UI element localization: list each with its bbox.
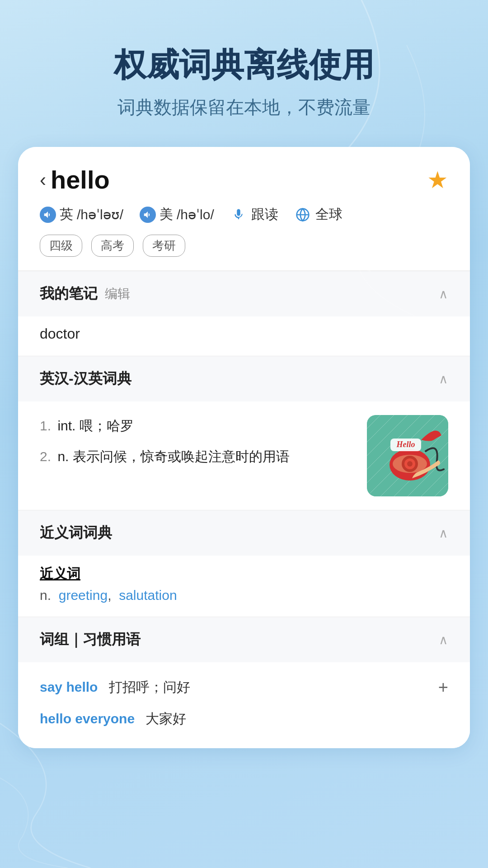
us-phonetic: /həˈlo/ [177,207,214,222]
synonym-label: 近义词 [40,565,448,583]
synonym-greeting[interactable]: greeting [59,588,108,603]
global-label: 全球 [315,205,343,224]
phrase-item-1: say hello 打招呼；问好 + [40,671,448,703]
notes-section: 我的笔记 编辑 ∧ doctor [18,271,470,356]
notes-chevron-icon: ∧ [439,287,448,302]
def-num-1: 1. [40,418,51,433]
bottom-spacer [0,748,488,775]
tag-gaokao: 高考 [91,235,134,257]
svg-point-17 [407,461,413,467]
dict-section-header[interactable]: 英汉-汉英词典 ∧ [18,356,470,401]
favorite-star-icon[interactable]: ★ [427,166,448,193]
dictionary-card: ‹ hello ★ 英 /həˈləʊ/ 美 /həˈlo/ [18,147,470,748]
tag-cet4: 四级 [40,235,82,257]
synonym-section: 近义词词典 ∧ 近义词 n. greeting, salutation [18,510,470,617]
phrase-content: say hello 打招呼；问好 + hello everyone 大家好 [18,662,470,748]
phrase-meaning-2: 大家好 [145,711,186,726]
uk-audio-icon[interactable] [40,207,56,223]
us-pronunciation[interactable]: 美 /həˈlo/ [140,205,214,224]
phrase-word-2[interactable]: hello everyone [40,711,135,726]
synonym-salutation[interactable]: salutation [119,588,177,603]
dict-section-title: 英汉-汉英词典 [40,369,131,389]
definition-1: 1. int. 喂；哈罗 [40,415,353,437]
phrase-chevron-icon: ∧ [439,632,448,647]
synonym-pos: n. [40,588,51,603]
synonym-list: n. greeting, salutation [40,588,448,603]
notes-content: doctor [18,316,470,356]
definition-2: 2. n. 表示问候，惊奇或唤起注意时的用语 [40,446,353,467]
dict-section: 英汉-汉英词典 ∧ 1. int. 喂；哈罗 2. n. 表示问候，惊奇或唤起注… [18,356,470,510]
phrase-word-1[interactable]: say hello [40,679,98,694]
page-sub-title: 词典数据保留在本地，不费流量 [27,95,461,120]
synonym-section-header[interactable]: 近义词词典 ∧ [18,510,470,556]
def-num-2: 2. [40,449,51,464]
tag-kaoyan: 考研 [143,235,185,257]
phrase-section: 词组｜习惯用语 ∧ say hello 打招呼；问好 + hello every… [18,617,470,748]
uk-phonetic: /həˈləʊ/ [77,207,123,222]
follow-read-button[interactable]: 跟读 [230,205,278,224]
definitions-list: 1. int. 喂；哈罗 2. n. 表示问候，惊奇或唤起注意时的用语 [40,415,353,476]
uk-pronunciation[interactable]: 英 /həˈləʊ/ [40,205,123,224]
word-header: ‹ hello ★ 英 /həˈləʊ/ 美 /həˈlo/ [18,147,470,271]
dict-chevron-icon: ∧ [439,372,448,387]
notes-section-title: 我的笔记 [40,284,98,304]
hello-illustration: Hello [367,415,448,496]
follow-read-label: 跟读 [251,205,278,224]
def-text-2: n. 表示问候，惊奇或唤起注意时的用语 [57,449,289,464]
notes-edit-button[interactable]: 编辑 [105,285,130,302]
dict-content: 1. int. 喂；哈罗 2. n. 表示问候，惊奇或唤起注意时的用语 [18,401,470,510]
microphone-icon [230,207,247,223]
us-audio-icon[interactable] [140,207,156,223]
word-tags: 四级 高考 考研 [40,235,448,257]
phrase-row-1: say hello 打招呼；问好 [40,678,190,697]
global-button[interactable]: 全球 [295,205,343,224]
us-label: 美 [160,205,173,224]
back-button[interactable]: ‹ [40,169,46,191]
synonym-section-title: 近义词词典 [40,523,112,543]
headword: hello [51,165,110,194]
pronunciation-row: 英 /həˈləʊ/ 美 /həˈlo/ 跟读 [40,205,448,224]
phrase-section-title: 词组｜习惯用语 [40,630,141,650]
uk-label: 英 [60,205,73,224]
phrase-item-2: hello everyone 大家好 [40,703,448,735]
phrase-meaning-1: 打招呼；问好 [109,679,190,694]
synonym-chevron-icon: ∧ [439,526,448,541]
svg-text:Hello: Hello [396,440,415,449]
synonym-content: 近义词 n. greeting, salutation [18,556,470,617]
notes-section-header[interactable]: 我的笔记 编辑 ∧ [18,271,470,316]
global-icon [295,207,311,223]
phrase-section-header[interactable]: 词组｜习惯用语 ∧ [18,617,470,662]
phrase-row-2: hello everyone 大家好 [40,710,186,728]
page-main-title: 权威词典离线使用 [27,45,461,84]
phrase-add-button-1[interactable]: + [438,678,448,697]
def-text-1: int. 喂；哈罗 [57,418,133,433]
